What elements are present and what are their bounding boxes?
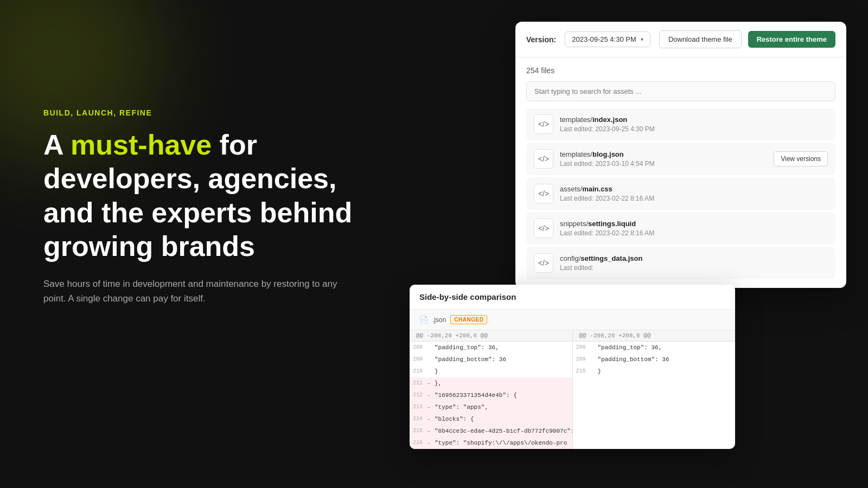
line-content: "6b4cce3c-edae-4d25-b1cf-db772fc9007c":: [435, 426, 572, 436]
file-code-icon: </>: [534, 114, 553, 134]
file-date: Last edited:: [560, 264, 828, 272]
line-sign: [590, 367, 598, 376]
file-name: config/settings_data.json: [560, 254, 828, 262]
line-number: [573, 433, 590, 441]
line-number: 216: [410, 438, 427, 448]
file-list: </> templates/index.json Last edited: 20…: [526, 108, 835, 279]
file-info: snippets/settings.liquid Last edited: 20…: [560, 220, 828, 237]
line-number: [573, 400, 590, 409]
diff-line: 208 "padding_top": 36,: [410, 342, 572, 354]
file-code-icon: </>: [534, 149, 553, 169]
line-sign: -: [427, 402, 435, 412]
line-content: [598, 389, 736, 398]
file-count: 254 files: [526, 66, 835, 75]
line-number: 208: [573, 343, 590, 352]
file-date: Last edited: 2023-09-25 4:30 PM: [560, 125, 828, 133]
comparison-title: Side-by-side comparison: [410, 285, 735, 310]
line-content: "type": "apps",: [435, 402, 572, 412]
version-dropdown[interactable]: 2023-09-25 4:30 PM ▾: [565, 31, 650, 47]
card-body: 254 files </> templates/index.json Last …: [515, 57, 846, 288]
tagline: BUILD, LAUNCH, REFINE: [43, 108, 380, 117]
restore-theme-button[interactable]: Restore entire theme: [748, 31, 835, 48]
diff-line: 208 "padding_top": 36,: [573, 342, 736, 354]
file-icon: 📄: [419, 316, 428, 324]
line-number: 214: [410, 414, 427, 424]
headline-start: A: [43, 129, 71, 160]
diff-header-left: @@ -208,26 +208,6 @@: [410, 330, 572, 342]
line-sign: -: [427, 438, 435, 448]
line-sign: [590, 422, 598, 431]
line-sign: -: [427, 426, 435, 436]
file-item: </> assets/main.css Last edited: 2023-02…: [526, 177, 835, 210]
diff-left-panel: @@ -208,26 +208,6 @@ 208 "padding_top": …: [410, 330, 573, 449]
diff-right-panel: @@ -208,26 +208,6 @@ 208 "padding_top": …: [573, 330, 736, 449]
version-label: Version:: [526, 35, 556, 44]
diff-line: 209 "padding_bottom": 36: [410, 354, 572, 365]
search-input[interactable]: [526, 81, 835, 101]
diff-line: 213 - "type": "apps",: [410, 401, 572, 413]
line-sign: [427, 355, 435, 364]
line-number: 215: [410, 426, 427, 436]
diff-line: [573, 410, 736, 421]
line-sign: [590, 400, 598, 409]
file-info: assets/main.css Last edited: 2023-02-22 …: [560, 185, 828, 202]
file-info: config/settings_data.json Last edited:: [560, 254, 828, 272]
line-content: "1695623371354d4e4b": {: [435, 390, 572, 400]
file-info: templates/index.json Last edited: 2023-0…: [560, 115, 828, 133]
download-theme-button[interactable]: Download theme file: [659, 30, 742, 48]
line-content: [598, 400, 736, 409]
diff-line: 216 - "type": "shopify:\/\/apps\/okendo-…: [410, 437, 572, 449]
line-number: [573, 411, 590, 420]
diff-line: 210 }: [573, 365, 736, 377]
diff-line: 214 - "blocks": {: [410, 413, 572, 425]
line-content: "padding_top": 36,: [598, 343, 736, 352]
changed-badge: CHANGED: [450, 315, 487, 324]
line-content: [598, 433, 736, 441]
file-name: assets/main.css: [560, 185, 828, 193]
view-versions-button[interactable]: View versions: [774, 151, 828, 166]
line-content: "type": "shopify:\/\/apps\/okendo-pro: [435, 438, 572, 448]
line-number: 210: [573, 367, 590, 376]
line-sign: [590, 433, 598, 441]
line-sign: [590, 389, 598, 398]
line-sign: [427, 367, 435, 376]
diff-line: [573, 432, 736, 442]
diff-line: 210 }: [410, 365, 572, 377]
line-sign: -: [427, 414, 435, 424]
diff-line: 212 - "1695623371354d4e4b": {: [410, 389, 572, 401]
main-card: Version: 2023-09-25 4:30 PM ▾ Download t…: [515, 22, 846, 288]
headline: A must-have for developers, agencies, an…: [43, 128, 380, 264]
line-number: 212: [410, 390, 427, 400]
diff-header-right: @@ -208,26 +208,6 @@: [573, 330, 736, 342]
line-sign: [590, 378, 598, 387]
comparison-card: Side-by-side comparison 📄 .json CHANGED …: [410, 285, 735, 449]
line-sign: [590, 355, 598, 364]
line-sign: [427, 343, 435, 352]
line-content: [598, 422, 736, 431]
line-content: "padding_bottom": 36: [435, 355, 572, 364]
card-header: Version: 2023-09-25 4:30 PM ▾ Download t…: [515, 22, 846, 57]
line-sign: [590, 343, 598, 352]
file-item: </> templates/blog.json Last edited: 202…: [526, 143, 835, 175]
file-tag: .json: [432, 316, 446, 324]
diff-container: @@ -208,26 +208,6 @@ 208 "padding_top": …: [410, 330, 735, 449]
line-sign: -: [427, 390, 435, 400]
line-content: "padding_bottom": 36: [598, 355, 736, 364]
chevron-down-icon: ▾: [641, 36, 643, 42]
file-item: </> templates/index.json Last edited: 20…: [526, 108, 835, 140]
line-number: [573, 422, 590, 431]
left-section: BUILD, LAUNCH, REFINE A must-have for de…: [43, 108, 380, 306]
line-number: 213: [410, 402, 427, 412]
file-name: templates/blog.json: [560, 150, 767, 158]
subtitle: Save hours of time in development and ma…: [43, 277, 347, 306]
line-content: },: [435, 378, 572, 388]
file-date: Last edited: 2023-02-22 8:16 AM: [560, 195, 828, 202]
line-number: [573, 389, 590, 398]
line-content: "blocks": {: [435, 414, 572, 424]
line-content: [598, 411, 736, 420]
file-name: snippets/settings.liquid: [560, 220, 828, 228]
headline-highlight: must-have: [71, 129, 212, 160]
file-code-icon: </>: [534, 184, 553, 203]
file-date: Last edited: 2023-03-10 4:54 PM: [560, 160, 767, 168]
line-sign: -: [427, 378, 435, 388]
